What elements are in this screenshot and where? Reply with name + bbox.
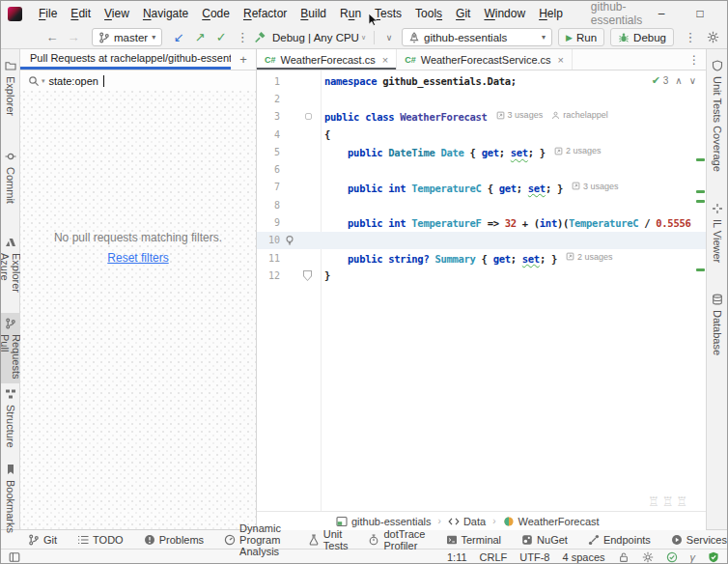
settings-gear-icon[interactable] — [707, 31, 719, 43]
tool-windows-toggle-icon[interactable] — [9, 551, 20, 563]
usages-hint[interactable]: 2 usages — [566, 252, 613, 262]
tool-window-button-nuget[interactable]: NuGet — [521, 534, 568, 546]
close-tab-icon[interactable]: × — [382, 54, 388, 66]
prev-problem-button[interactable]: ∧ — [675, 75, 682, 86]
toolbar-divider — [374, 31, 375, 44]
analysis-ok-icon[interactable] — [666, 551, 678, 563]
tool-window-button-database[interactable]: Database — [710, 289, 725, 360]
menu-item-help[interactable]: Help — [532, 3, 570, 24]
forward-button[interactable]: → — [63, 28, 84, 47]
tab-list-more-button[interactable]: ⋮ — [683, 49, 706, 70]
new-pull-request-tab-button[interactable]: + — [231, 49, 256, 70]
tool-window-button-problems[interactable]: Problems — [144, 534, 204, 546]
maximize-button[interactable]: □ — [681, 1, 719, 26]
title-bar: FileEditViewNavigateCodeRefactorBuildRun… — [1, 1, 727, 26]
reset-filters-link[interactable]: Reset filters — [107, 251, 168, 265]
menu-item-code[interactable]: Code — [195, 3, 237, 24]
menu-item-view[interactable]: View — [98, 3, 136, 24]
tool-window-button-structure[interactable]: Structure — [3, 383, 18, 453]
pull-requests-tab[interactable]: Pull Requests at rachelappel/github-esse… — [20, 49, 231, 70]
editor-tab-weatherforecast.cs[interactable]: C#WeatherForecast.cs× — [257, 49, 397, 70]
code-line-8[interactable]: 8 — [257, 196, 706, 213]
line-separator[interactable]: CRLF — [480, 551, 508, 563]
tool-window-button-dottrace-profiler[interactable]: dotTrace Profiler — [368, 528, 425, 551]
tool-window-button-dynamic-program-analysis[interactable]: Dynamic Program Analysis — [224, 522, 288, 557]
inspections-widget[interactable]: ✔ 3 ∧ ∨ — [652, 74, 696, 87]
solution-config-selector[interactable]: Debug | Any CPU ∨ — [272, 32, 366, 43]
breadcrumb-item-data[interactable]: Data — [448, 516, 486, 527]
fold-marker-icon[interactable] — [305, 113, 312, 120]
menu-item-tools[interactable]: Tools — [408, 3, 449, 24]
tool-window-button-terminal[interactable]: Terminal — [446, 534, 502, 546]
protection-shield-icon[interactable] — [708, 551, 719, 563]
code-line-10[interactable]: 10 — [257, 232, 706, 249]
tool-window-button-endpoints[interactable]: Endpoints — [588, 534, 651, 546]
pull-requests-search-field[interactable]: ▾ state:open — [20, 70, 256, 91]
run-widget-chevron[interactable]: ∨ — [382, 28, 396, 47]
fold-zone — [299, 113, 315, 120]
next-problem-button[interactable]: ∨ — [689, 75, 696, 86]
tool-window-button-unit-tests-coverage[interactable]: Unit Tests Coverage — [710, 55, 725, 177]
run-config-selector[interactable]: github-essentials ▾ — [402, 28, 552, 46]
code-line-1[interactable]: 1namespace github_essentials.Data; — [257, 72, 706, 90]
tool-window-button-commit[interactable]: Commit — [3, 146, 18, 209]
menu-item-refactor[interactable]: Refactor — [237, 3, 294, 24]
minimize-button[interactable]: – — [642, 1, 681, 26]
code-line-9[interactable]: 9 public int TemperatureF => 32 + (int)(… — [257, 213, 706, 231]
code-editor[interactable]: 1namespace github_essentials.Data;23publ… — [257, 70, 706, 511]
menu-item-navigate[interactable]: Navigate — [136, 3, 195, 24]
menu-item-edit[interactable]: Edit — [64, 3, 98, 24]
tool-window-button-explorer[interactable]: Explorer — [3, 55, 18, 121]
code-line-11[interactable]: 11 public string? Summary { get; set; }2… — [257, 249, 706, 267]
close-tab-icon[interactable]: × — [558, 54, 564, 66]
menu-item-window[interactable]: Window — [477, 3, 532, 24]
code-line-5[interactable]: 5 public DateTime Date { get; set; }2 us… — [257, 143, 706, 160]
code-line-3[interactable]: 3public class WeatherForecast3 usagesrac… — [257, 108, 706, 126]
usages-hint[interactable]: 3 usages — [496, 110, 544, 120]
vcs-update-button[interactable]: ↙ — [168, 28, 189, 47]
menu-item-file[interactable]: File — [32, 3, 64, 24]
azure-icon — [5, 237, 16, 248]
usages-hint[interactable]: 3 usages — [572, 182, 619, 191]
tool-window-button-il-viewer[interactable]: IL Viewer — [710, 198, 725, 268]
editor-tab-weatherforecastservice.cs[interactable]: C#WeatherForecastService.cs× — [397, 49, 573, 70]
debug-button[interactable]: Debug — [610, 28, 674, 46]
lock-icon[interactable] — [618, 551, 630, 563]
empty-state-message: No pull requests matching filters. — [20, 231, 256, 244]
gamma-icon[interactable]: γ — [690, 551, 696, 563]
tool-window-button-bookmarks[interactable]: Bookmarks — [3, 459, 18, 538]
caret-position[interactable]: 1:11 — [447, 551, 467, 563]
gear-icon[interactable] — [642, 551, 654, 563]
code-line-4[interactable]: 4{ — [257, 126, 706, 143]
git-branch-selector[interactable]: master ▾ — [92, 28, 162, 46]
code-line-12[interactable]: 12} — [257, 267, 706, 284]
menu-item-build[interactable]: Build — [294, 3, 333, 24]
breadcrumb-item-weatherforecast[interactable]: WeatherForecast — [503, 516, 600, 527]
search-query-text: state:open — [49, 75, 98, 87]
tab-file-name: WeatherForecastService.cs — [421, 54, 551, 66]
usages-hint[interactable]: 2 usages — [554, 146, 602, 155]
fold-end-marker-icon[interactable] — [303, 270, 312, 281]
tool-window-button-services[interactable]: Services — [671, 534, 727, 546]
tool-window-button-todo[interactable]: TODO — [77, 534, 124, 546]
tool-window-label: Explorer — [5, 76, 16, 116]
code-line-7[interactable]: 7 public int TemperatureC { get; set; }3… — [257, 179, 706, 196]
menu-item-git[interactable]: Git — [449, 3, 477, 24]
vcs-more-button[interactable]: ⋮ — [232, 28, 253, 47]
indent-setting[interactable]: 4 spaces — [562, 551, 604, 563]
breadcrumb-item-github-essentials[interactable]: github-essentials — [336, 516, 432, 527]
close-button[interactable]: × — [719, 1, 728, 26]
menu-item-run[interactable]: Run — [333, 3, 368, 24]
back-button[interactable]: ← — [42, 28, 63, 47]
vcs-commit-button[interactable]: ✓ — [210, 28, 232, 47]
vcs-push-button[interactable]: ↗ — [189, 28, 210, 47]
author-hint[interactable]: rachelappel — [551, 110, 608, 120]
tool-window-button-unit-tests[interactable]: Unit Tests — [308, 528, 349, 551]
build-hammer-icon[interactable] — [254, 31, 266, 43]
file-encoding[interactable]: UTF-8 — [519, 551, 549, 563]
code-line-6[interactable]: 6 — [257, 160, 706, 178]
run-more-button[interactable]: ⋮ — [680, 28, 701, 47]
run-button[interactable]: ▶ Run — [558, 28, 604, 46]
tool-window-button-git[interactable]: Git — [28, 534, 57, 546]
code-line-2[interactable]: 2 — [257, 90, 706, 107]
